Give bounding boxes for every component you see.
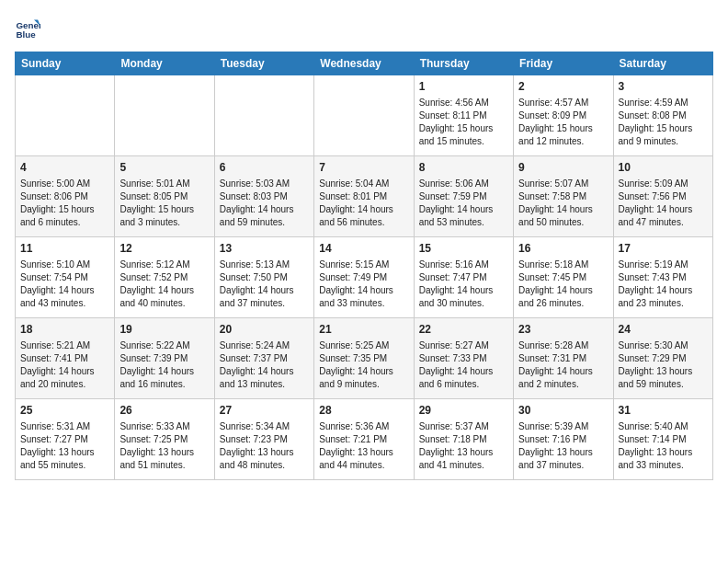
day-cell [314,75,414,156]
day-number: 4 [20,160,109,176]
day-number: 22 [419,322,508,338]
week-row-3: 11Sunrise: 5:10 AM Sunset: 7:54 PM Dayli… [16,237,713,318]
day-number: 6 [220,160,309,176]
day-cell: 28Sunrise: 5:36 AM Sunset: 7:21 PM Dayli… [314,399,414,480]
day-number: 14 [319,241,408,257]
day-number: 13 [220,241,309,257]
day-cell: 20Sunrise: 5:24 AM Sunset: 7:37 PM Dayli… [214,318,313,399]
day-number: 24 [619,322,708,338]
day-number: 30 [518,403,608,419]
svg-text:Blue: Blue [16,29,36,40]
day-header-saturday: Saturday [613,52,712,75]
day-cell: 12Sunrise: 5:12 AM Sunset: 7:52 PM Dayli… [115,237,214,318]
day-cell: 11Sunrise: 5:10 AM Sunset: 7:54 PM Dayli… [16,237,115,318]
day-info: Sunrise: 5:33 AM Sunset: 7:25 PM Dayligh… [119,420,209,472]
day-info: Sunrise: 5:01 AM Sunset: 8:05 PM Dayligh… [119,178,209,229]
day-info: Sunrise: 5:25 AM Sunset: 7:35 PM Dayligh… [319,339,408,391]
day-number: 18 [20,322,109,338]
day-number: 23 [518,322,608,338]
day-number: 29 [419,403,508,419]
day-cell: 16Sunrise: 5:18 AM Sunset: 7:45 PM Dayli… [514,237,613,318]
day-cell: 1Sunrise: 4:56 AM Sunset: 8:11 PM Daylig… [414,75,513,156]
day-cell: 13Sunrise: 5:13 AM Sunset: 7:50 PM Dayli… [214,237,313,318]
day-number: 15 [419,241,508,257]
day-cell: 7Sunrise: 5:04 AM Sunset: 8:01 PM Daylig… [314,156,414,237]
day-cell: 15Sunrise: 5:16 AM Sunset: 7:47 PM Dayli… [414,237,513,318]
day-info: Sunrise: 5:16 AM Sunset: 7:47 PM Dayligh… [419,259,508,310]
day-cell [115,75,214,156]
day-cell: 19Sunrise: 5:22 AM Sunset: 7:39 PM Dayli… [115,318,214,399]
day-cell: 25Sunrise: 5:31 AM Sunset: 7:27 PM Dayli… [16,399,115,480]
day-cell: 31Sunrise: 5:40 AM Sunset: 7:14 PM Dayli… [613,399,712,480]
day-number: 7 [319,160,408,176]
day-info: Sunrise: 5:37 AM Sunset: 7:18 PM Dayligh… [419,420,508,472]
day-info: Sunrise: 5:07 AM Sunset: 7:58 PM Dayligh… [518,178,608,229]
day-cell: 29Sunrise: 5:37 AM Sunset: 7:18 PM Dayli… [414,399,513,480]
day-cell: 8Sunrise: 5:06 AM Sunset: 7:59 PM Daylig… [414,156,513,237]
day-number: 9 [518,160,608,176]
day-number: 11 [20,241,109,257]
day-number: 8 [419,160,508,176]
week-row-2: 4Sunrise: 5:00 AM Sunset: 8:06 PM Daylig… [16,156,713,237]
day-number: 20 [220,322,309,338]
day-cell: 14Sunrise: 5:15 AM Sunset: 7:49 PM Dayli… [314,237,414,318]
day-info: Sunrise: 5:10 AM Sunset: 7:54 PM Dayligh… [20,259,109,310]
week-row-1: 1Sunrise: 4:56 AM Sunset: 8:11 PM Daylig… [16,75,713,156]
day-info: Sunrise: 4:59 AM Sunset: 8:08 PM Dayligh… [619,97,708,148]
day-cell: 18Sunrise: 5:21 AM Sunset: 7:41 PM Dayli… [16,318,115,399]
day-cell: 5Sunrise: 5:01 AM Sunset: 8:05 PM Daylig… [115,156,214,237]
days-header-row: SundayMondayTuesdayWednesdayThursdayFrid… [16,52,713,75]
day-cell: 3Sunrise: 4:59 AM Sunset: 8:08 PM Daylig… [613,75,712,156]
day-number: 31 [619,403,708,419]
day-info: Sunrise: 5:13 AM Sunset: 7:50 PM Dayligh… [220,259,309,310]
day-info: Sunrise: 5:12 AM Sunset: 7:52 PM Dayligh… [119,259,209,310]
day-info: Sunrise: 5:22 AM Sunset: 7:39 PM Dayligh… [119,339,209,391]
day-info: Sunrise: 5:39 AM Sunset: 7:16 PM Dayligh… [518,420,608,472]
day-cell: 9Sunrise: 5:07 AM Sunset: 7:58 PM Daylig… [514,156,613,237]
day-info: Sunrise: 5:21 AM Sunset: 7:41 PM Dayligh… [20,339,109,391]
day-number: 28 [319,403,408,419]
day-info: Sunrise: 5:15 AM Sunset: 7:49 PM Dayligh… [319,259,408,310]
calendar-table: SundayMondayTuesdayWednesdayThursdayFrid… [15,52,713,480]
day-header-sunday: Sunday [16,52,115,75]
day-info: Sunrise: 5:09 AM Sunset: 7:56 PM Dayligh… [619,178,708,229]
day-cell: 17Sunrise: 5:19 AM Sunset: 7:43 PM Dayli… [613,237,712,318]
day-info: Sunrise: 5:28 AM Sunset: 7:31 PM Dayligh… [518,339,608,391]
day-header-monday: Monday [115,52,214,75]
day-cell: 23Sunrise: 5:28 AM Sunset: 7:31 PM Dayli… [514,318,613,399]
day-number: 19 [119,322,209,338]
day-number: 25 [20,403,109,419]
week-row-4: 18Sunrise: 5:21 AM Sunset: 7:41 PM Dayli… [16,318,713,399]
day-cell: 27Sunrise: 5:34 AM Sunset: 7:23 PM Dayli… [214,399,313,480]
day-info: Sunrise: 5:36 AM Sunset: 7:21 PM Dayligh… [319,420,408,472]
week-row-5: 25Sunrise: 5:31 AM Sunset: 7:27 PM Dayli… [16,399,713,480]
day-info: Sunrise: 5:40 AM Sunset: 7:14 PM Dayligh… [619,420,708,472]
day-cell: 4Sunrise: 5:00 AM Sunset: 8:06 PM Daylig… [16,156,115,237]
day-number: 1 [419,79,508,95]
day-info: Sunrise: 5:30 AM Sunset: 7:29 PM Dayligh… [619,339,708,391]
day-number: 5 [119,160,209,176]
day-number: 17 [619,241,708,257]
day-info: Sunrise: 5:34 AM Sunset: 7:23 PM Dayligh… [220,420,309,472]
day-info: Sunrise: 5:24 AM Sunset: 7:37 PM Dayligh… [220,339,309,391]
day-number: 27 [220,403,309,419]
day-number: 21 [319,322,408,338]
day-info: Sunrise: 5:27 AM Sunset: 7:33 PM Dayligh… [419,339,508,391]
day-info: Sunrise: 5:19 AM Sunset: 7:43 PM Dayligh… [619,259,708,310]
day-info: Sunrise: 5:18 AM Sunset: 7:45 PM Dayligh… [518,259,608,310]
day-number: 26 [119,403,209,419]
day-cell [16,75,115,156]
day-info: Sunrise: 5:31 AM Sunset: 7:27 PM Dayligh… [20,420,109,472]
day-cell: 21Sunrise: 5:25 AM Sunset: 7:35 PM Dayli… [314,318,414,399]
logo: General Blue [15,15,42,40]
day-header-friday: Friday [514,52,613,75]
day-header-tuesday: Tuesday [214,52,313,75]
day-cell [214,75,313,156]
page-header: General Blue [15,15,713,40]
day-info: Sunrise: 4:57 AM Sunset: 8:09 PM Dayligh… [518,97,608,148]
day-info: Sunrise: 5:00 AM Sunset: 8:06 PM Dayligh… [20,178,109,229]
day-cell: 2Sunrise: 4:57 AM Sunset: 8:09 PM Daylig… [514,75,613,156]
day-cell: 26Sunrise: 5:33 AM Sunset: 7:25 PM Dayli… [115,399,214,480]
day-info: Sunrise: 4:56 AM Sunset: 8:11 PM Dayligh… [419,97,508,148]
day-cell: 10Sunrise: 5:09 AM Sunset: 7:56 PM Dayli… [613,156,712,237]
